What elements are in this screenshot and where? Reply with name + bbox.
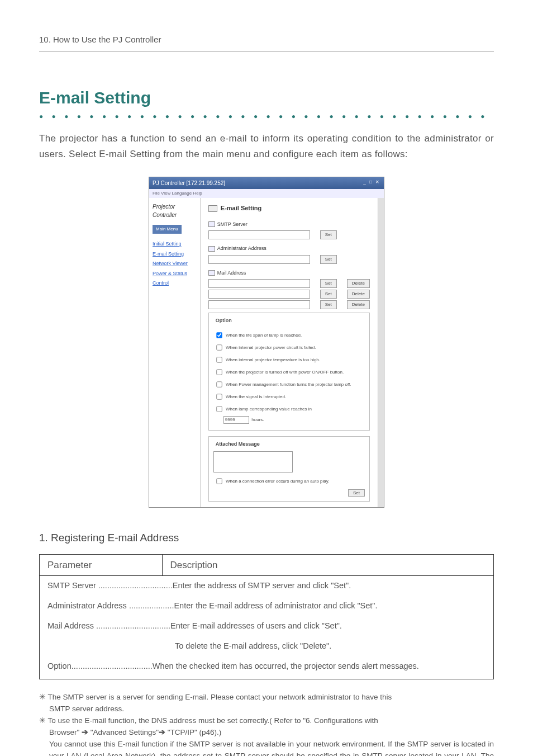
opt-text-1: When the life span of lamp is reached. [226,332,302,337]
sidebar-item-initial[interactable]: Initial Setting [153,240,197,248]
footnotes: ✳ The SMTP server is a server for sendin… [39,692,494,756]
option-title: Option [213,317,234,325]
mail-delete-button-3[interactable]: Delete [347,300,370,309]
user-icon [208,246,215,252]
label-mail: Mail Address [47,621,96,630]
option-group: Option When the life span of lamp is rea… [208,313,370,431]
desc-mail-delete: To delete the E-mail address, click "Del… [47,640,486,653]
mail-icon [208,205,217,212]
row-option: Option..................................… [40,656,494,679]
mail-set-button-3[interactable]: Set [320,300,337,309]
window-menubar: File View Language Help [149,189,384,198]
book-icon [208,270,215,276]
arrow-icon: ➔ [159,728,165,736]
panel-title-text: E-mail Setting [221,205,261,211]
sidebar-item-power[interactable]: Power & Status [153,270,197,278]
dots: .................... [129,601,174,610]
admin-input[interactable] [208,255,310,264]
note-1: ✳ The SMTP server is a server for sendin… [39,692,494,715]
attached-set-button[interactable]: Set [348,489,365,497]
opt-check-4[interactable] [216,369,222,375]
attached-group: Attached Message When a connection error… [208,436,370,502]
main-menu-button[interactable]: Main Menu [153,225,182,234]
th-parameter: Parameter [40,554,163,576]
dotted-rule: ● ● ● ● ● ● ● ● ● ● ● ● ● ● ● ● ● ● ● ● … [39,111,494,121]
opt-check-5[interactable] [216,381,222,387]
admin-label: Administrator Address [208,245,370,253]
smtp-label-text: SMTP Server [217,221,248,227]
mail-delete-button-2[interactable]: Delete [347,290,370,299]
opt-check-3[interactable] [216,357,222,362]
panel-title: E-mail Setting [208,204,370,213]
opt-text-2: When internal projector power circuit is… [226,344,316,349]
hours-suffix: hours. [251,417,264,422]
desc-smtp: Enter the address of SMTP server and cli… [173,581,351,590]
note-1-line-1: ✳ The SMTP server is a server for sendin… [39,693,392,701]
mail-set-button-2[interactable]: Set [320,290,337,299]
sidebar-item-network[interactable]: Network Viewer [153,260,197,268]
window-titlebar: PJ Controller [172.21.99.252] _ □ ✕ [149,177,384,189]
attached-textarea[interactable] [213,451,293,472]
hours-input[interactable]: 9999 [223,416,249,424]
note-1-line-2: SMTP server address. [39,703,494,715]
screenshot-container: PJ Controller [172.21.99.252] _ □ ✕ File… [39,177,494,508]
smtp-input[interactable] [208,230,310,239]
th-description: Description [162,554,494,576]
admin-set-button[interactable]: Set [320,255,337,264]
opt-text-4: When the projector is turned off with po… [226,369,344,374]
sidebar: Projector Controller Main Menu Initial S… [149,198,201,507]
note-2-line-1: ✳ To use the E-mail function, the DNS ad… [39,716,378,725]
opt-text-7: When lamp corresponding value reaches in [226,406,312,411]
opt-text-3: When internal projector temperature is t… [226,357,320,362]
desc-mail: Enter E-mail addresses of users and clic… [170,621,342,630]
opt-check-1[interactable] [216,332,222,338]
opt-text-5: When Power management function turns the… [226,381,351,386]
note-2-suffix: "TCP/IP" (p46).) [165,728,221,736]
subheading: 1. Registering E-mail Address [39,530,494,546]
mail-delete-button-1[interactable]: Delete [347,279,370,288]
screenshot-window: PJ Controller [172.21.99.252] _ □ ✕ File… [149,177,384,508]
row-admin: Administrator Address ..................… [40,596,494,616]
opt-check-6[interactable] [216,394,222,399]
mail-set-button-1[interactable]: Set [320,279,337,288]
mail-label-text: Mail Address [217,270,246,276]
label-option: Option [47,662,72,670]
attached-title: Attached Message [213,441,262,448]
opt-check-7[interactable] [216,406,222,412]
intro-paragraph: The projector has a function to send an … [39,131,494,163]
dots: .................................... [72,662,153,670]
note-2: ✳ To use the E-mail function, the DNS ad… [39,715,494,756]
window-title: PJ Controller [172.21.99.252] [153,179,225,187]
mail-input-2[interactable] [208,290,310,299]
sidebar-title: Projector Controller [153,202,197,219]
section-title: E-mail Setting [39,85,494,110]
dots: ................................. [96,621,170,630]
parameter-table: Parameter Description SMTP Server ......… [39,554,494,679]
scrollbar[interactable] [378,198,384,507]
note-2-line-2: Browser" ➔ "Advanced Settings"➔ "TCP/IP"… [39,727,494,739]
admin-label-text: Administrator Address [217,245,266,251]
autoplay-text: When a connection error occurs during an… [226,479,329,484]
mail-input-1[interactable] [208,279,310,288]
mail-label: Mail Address [208,270,370,277]
autoplay-check[interactable] [216,479,222,484]
arrow-icon: ➔ [82,728,88,736]
option-title-text: Option [216,318,232,323]
sidebar-item-control[interactable]: Control [153,280,197,287]
mail-input-3[interactable] [208,300,310,309]
main-panel: E-mail Setting SMTP Server Set Administr… [201,198,378,507]
smtp-set-button[interactable]: Set [320,230,337,239]
label-smtp: SMTP Server [47,581,98,590]
attached-title-text: Attached Message [216,441,260,447]
sidebar-item-email[interactable]: E-mail Setting [153,251,197,258]
desc-admin: Enter the E-mail address of administrato… [174,601,377,610]
opt-check-2[interactable] [216,344,222,350]
dots: ................................. [98,581,173,590]
desc-option: When the checked item has occurred, the … [153,662,419,670]
row-mail-delete: To delete the E-mail address, click "Del… [40,636,494,656]
row-smtp: SMTP Server ............................… [40,576,494,596]
note-2-mid: "Advanced Settings" [88,728,159,736]
row-mail: Mail Address ...........................… [40,616,494,636]
chapter-header: 10. How to Use the PJ Controller [39,34,494,51]
note-2-prefix: Browser" [49,728,82,736]
